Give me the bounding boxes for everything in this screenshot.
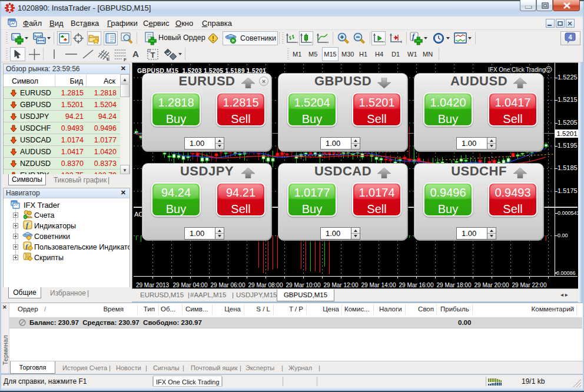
svg-text:4: 4 xyxy=(568,34,572,41)
svg-text:F: F xyxy=(124,57,127,62)
svg-text:T: T xyxy=(151,51,155,59)
svg-text:E: E xyxy=(107,57,110,62)
